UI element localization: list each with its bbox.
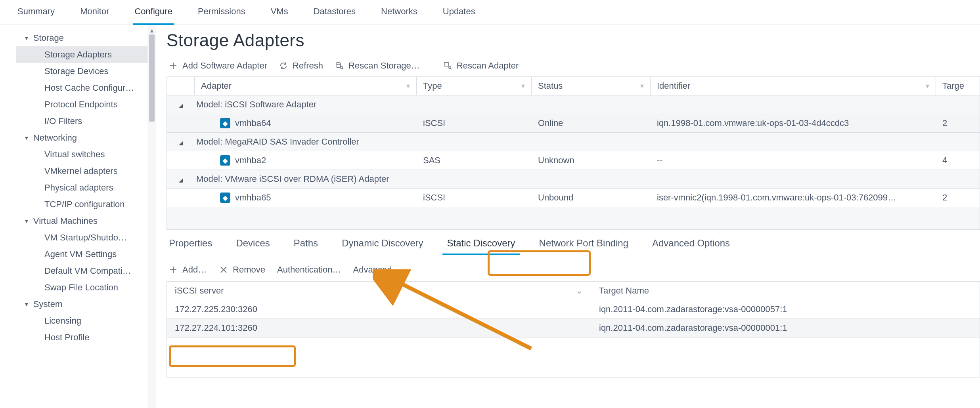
iscsi-row[interactable]: 172.27.225.230:3260 iqn.2011-04.com.zada… bbox=[167, 300, 980, 319]
adapters-table-header: Adapter▾ Type▾ Status▾ Identifier▾ Targe bbox=[167, 77, 980, 95]
iscsi-server: 172.27.225.230:3260 bbox=[167, 300, 591, 318]
adapter-icon: ◆ bbox=[220, 118, 230, 128]
sidebar-item-agent-vm[interactable]: Agent VM Settings bbox=[16, 246, 147, 263]
adapter-row[interactable]: ◆ vmhba2 SAS Unknown -- 4 bbox=[167, 151, 980, 170]
rescan-storage-button[interactable]: Rescan Storage… bbox=[334, 61, 420, 71]
column-header-iscsi-server[interactable]: iSCSI server ⌄ bbox=[167, 282, 591, 300]
adapter-targets: 2 bbox=[936, 114, 980, 132]
button-label: Remove bbox=[233, 265, 265, 275]
detail-tab-advanced-options[interactable]: Advanced Options bbox=[650, 234, 732, 255]
sidebar-item-vmkernel-adapters[interactable]: VMkernel adapters bbox=[16, 163, 147, 179]
adapter-group-row[interactable]: ◢ Model: VMware iSCSI over RDMA (iSER) A… bbox=[167, 170, 980, 189]
sidebar-item-storage-devices[interactable]: Storage Devices bbox=[16, 63, 147, 80]
adapter-status: Unbound bbox=[532, 189, 651, 207]
sidebar-group-label: Storage bbox=[33, 33, 64, 43]
detail-tab-devices[interactable]: Devices bbox=[234, 234, 272, 255]
sidebar-item-io-filters[interactable]: I/O Filters bbox=[16, 113, 147, 130]
tab-summary[interactable]: Summary bbox=[16, 3, 56, 25]
sidebar-item-host-profile[interactable]: Host Profile bbox=[16, 329, 147, 346]
sidebar-scrollbar[interactable]: ▴ bbox=[147, 25, 156, 408]
iscsi-table: iSCSI server ⌄ Target Name 172.27.225.23… bbox=[167, 281, 980, 377]
sidebar-item-host-cache[interactable]: Host Cache Configur… bbox=[16, 80, 147, 96]
adapter-targets: 4 bbox=[936, 151, 980, 170]
sidebar-item-licensing[interactable]: Licensing bbox=[16, 313, 147, 329]
adapter-status: Online bbox=[532, 114, 651, 132]
adapter-name: vmhba65 bbox=[235, 193, 271, 203]
sidebar-item-tcpip-config[interactable]: TCP/IP configuration bbox=[16, 196, 147, 213]
chevron-down-icon[interactable]: ⌄ bbox=[576, 286, 583, 296]
sidebar-item-swap-file[interactable]: Swap File Location bbox=[16, 279, 147, 296]
caret-down-icon: ◢ bbox=[179, 102, 183, 109]
tab-configure[interactable]: Configure bbox=[133, 3, 174, 25]
tab-monitor[interactable]: Monitor bbox=[78, 3, 111, 25]
caret-down-icon: ▼ bbox=[24, 301, 29, 307]
column-header-type[interactable]: Type▾ bbox=[417, 77, 532, 95]
sidebar-item-vm-startup[interactable]: VM Startup/Shutdo… bbox=[16, 229, 147, 246]
iscsi-empty-rows bbox=[167, 337, 980, 377]
adapter-group-row[interactable]: ◢ Model: MegaRAID SAS Invader Controller bbox=[167, 133, 980, 151]
sidebar-item-protocol-endpoints[interactable]: Protocol Endpoints bbox=[16, 96, 147, 113]
adapters-toolbar: Add Software Adapter Refresh Rescan Stor… bbox=[167, 58, 980, 76]
adapter-type: iSCSI bbox=[417, 189, 532, 207]
refresh-button[interactable]: Refresh bbox=[278, 61, 323, 71]
adapter-row[interactable]: ◆ vmhba65 iSCSI Unbound iser-vmnic2(iqn.… bbox=[167, 189, 980, 207]
column-header-identifier[interactable]: Identifier▾ bbox=[651, 77, 936, 95]
tab-updates[interactable]: Updates bbox=[441, 3, 477, 25]
column-header-targets[interactable]: Targe bbox=[936, 77, 980, 95]
detail-tab-properties[interactable]: Properties bbox=[167, 234, 214, 255]
adapter-model-label: Model: iSCSI Software Adapter bbox=[195, 95, 980, 114]
adapter-name: vmhba64 bbox=[235, 118, 271, 128]
adapter-row[interactable]: ◆ vmhba64 iSCSI Online iqn.1998-01.com.v… bbox=[167, 114, 980, 133]
tab-networks[interactable]: Networks bbox=[379, 3, 419, 25]
button-label: Add Software Adapter bbox=[182, 61, 267, 71]
iscsi-target: iqn.2011-04.com.zadarastorage:vsa-000000… bbox=[591, 300, 980, 318]
sidebar-header-storage[interactable]: ▼ Storage bbox=[16, 30, 147, 46]
detail-tab-paths[interactable]: Paths bbox=[291, 234, 320, 255]
sidebar-item-physical-adapters[interactable]: Physical adapters bbox=[16, 179, 147, 196]
detail-tab-port-binding[interactable]: Network Port Binding bbox=[537, 234, 631, 255]
filter-icon[interactable]: ▾ bbox=[640, 82, 644, 90]
main-panel: Storage Adapters Add Software Adapter Re… bbox=[156, 25, 980, 408]
svg-rect-2 bbox=[444, 63, 449, 66]
adapter-group-row[interactable]: ◢ Model: iSCSI Software Adapter bbox=[167, 95, 980, 114]
plus-icon bbox=[168, 61, 178, 71]
sidebar-item-storage-adapters[interactable]: Storage Adapters bbox=[16, 46, 147, 63]
adapter-identifier: iser-vmnic2(iqn.1998-01.com.vmware:uk-op… bbox=[651, 189, 936, 207]
detail-tab-static-discovery[interactable]: Static Discovery bbox=[445, 234, 518, 255]
filter-icon[interactable]: ▾ bbox=[521, 82, 525, 90]
filter-icon[interactable]: ▾ bbox=[926, 82, 929, 90]
plus-icon bbox=[168, 265, 178, 275]
adapter-model-label: Model: MegaRAID SAS Invader Controller bbox=[195, 133, 980, 151]
authentication-button[interactable]: Authentication… bbox=[277, 265, 341, 275]
sidebar-header-networking[interactable]: ▼ Networking bbox=[16, 130, 147, 146]
adapter-icon: ◆ bbox=[220, 193, 230, 203]
sidebar-header-vms[interactable]: ▼ Virtual Machines bbox=[16, 213, 147, 229]
sidebar-group-networking: ▼ Networking Virtual switches VMkernel a… bbox=[16, 130, 147, 213]
adapter-icon: ◆ bbox=[220, 155, 230, 166]
iscsi-row[interactable]: 172.27.224.101:3260 iqn.2011-04.com.zada… bbox=[167, 319, 980, 337]
advanced-button[interactable]: Advanced… bbox=[353, 265, 401, 275]
discovery-toolbar: Add… Remove Authentication… Advanced… bbox=[167, 255, 980, 281]
tab-datastores[interactable]: Datastores bbox=[312, 3, 357, 25]
rescan-adapter-button[interactable]: Rescan Adapter bbox=[442, 61, 519, 71]
column-header-expand[interactable] bbox=[167, 77, 195, 95]
toolbar-separator bbox=[431, 61, 431, 71]
sidebar-item-virtual-switches[interactable]: Virtual switches bbox=[16, 146, 147, 163]
remove-target-button[interactable]: Remove bbox=[218, 265, 265, 275]
sidebar-item-default-compat[interactable]: Default VM Compati… bbox=[16, 263, 147, 279]
scrollbar-thumb[interactable] bbox=[149, 34, 155, 122]
button-label: Rescan Storage… bbox=[348, 61, 420, 71]
tab-permissions[interactable]: Permissions bbox=[196, 3, 247, 25]
sidebar-header-system[interactable]: ▼ System bbox=[16, 296, 147, 313]
filter-icon[interactable]: ▾ bbox=[406, 82, 410, 90]
add-target-button[interactable]: Add… bbox=[168, 265, 207, 275]
rescan-storage-icon bbox=[334, 61, 345, 71]
sidebar-group-vms: ▼ Virtual Machines VM Startup/Shutdo… Ag… bbox=[16, 213, 147, 296]
add-software-adapter-button[interactable]: Add Software Adapter bbox=[168, 61, 267, 71]
column-header-target-name[interactable]: Target Name bbox=[591, 282, 980, 300]
detail-tab-dynamic-discovery[interactable]: Dynamic Discovery bbox=[339, 234, 425, 255]
tab-vms[interactable]: VMs bbox=[269, 3, 290, 25]
x-icon bbox=[218, 265, 229, 275]
column-header-adapter[interactable]: Adapter▾ bbox=[195, 77, 417, 95]
column-header-status[interactable]: Status▾ bbox=[532, 77, 651, 95]
